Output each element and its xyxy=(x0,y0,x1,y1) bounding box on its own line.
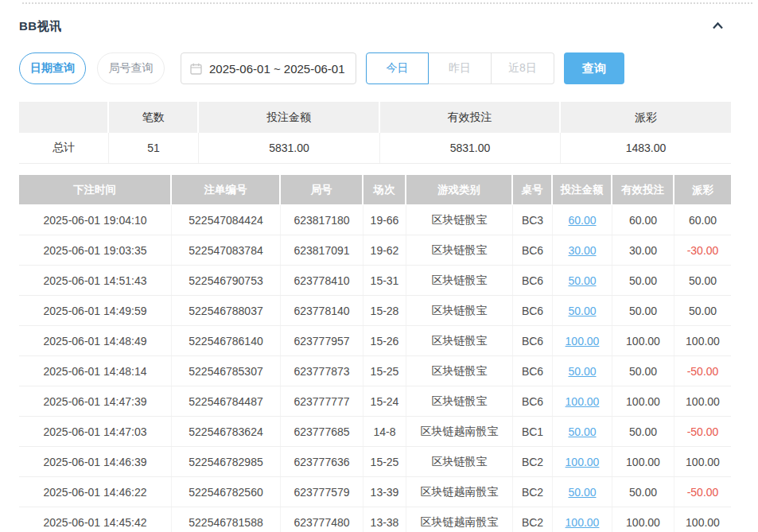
query-toolbar: 日期查询 局号查询 2025-06-01 ~ 2025-06-01 今日 昨日 … xyxy=(19,52,624,84)
bet-amount-link[interactable]: 100.00 xyxy=(553,386,612,416)
cell-bet-id: 522546781588 xyxy=(172,507,281,532)
cell-round-no: 623777480 xyxy=(281,507,363,532)
bet-amount-link[interactable]: 50.00 xyxy=(553,266,612,295)
cell-round-no: 623777873 xyxy=(281,356,363,386)
cell-table-no: BC2 xyxy=(513,507,553,532)
bet-amount-link[interactable]: 100.00 xyxy=(553,507,612,532)
cell-payout: 60.00 xyxy=(674,205,731,235)
summary-header-empty xyxy=(19,102,109,133)
col-round-no: 局号 xyxy=(281,175,363,204)
quick-range-today[interactable]: 今日 xyxy=(366,52,429,84)
collapse-section-button[interactable] xyxy=(711,20,725,34)
cell-game-type: 区块链骰宝 xyxy=(406,386,513,416)
col-bet-amount: 投注金额 xyxy=(553,175,612,204)
cell-payout: -50.00 xyxy=(674,356,731,386)
cell-bet-time: 2025-06-01 14:49:59 xyxy=(19,296,172,325)
page-title: BB视讯 xyxy=(19,19,62,34)
bet-amount-link[interactable]: 100.00 xyxy=(553,447,612,476)
cell-valid-bet: 50.00 xyxy=(612,266,674,295)
col-session: 场次 xyxy=(363,175,406,204)
bet-amount-link[interactable]: 50.00 xyxy=(553,296,612,325)
summary-header-row: 笔数 投注金额 有效投注 派彩 xyxy=(19,102,731,133)
cell-valid-bet: 50.00 xyxy=(612,356,674,386)
table-row: 2025-06-01 14:46:39 522546782985 6237776… xyxy=(19,447,731,477)
cell-valid-bet: 60.00 xyxy=(612,205,674,235)
col-table-no: 桌号 xyxy=(513,175,553,204)
summary-header-bet-amount: 投注金额 xyxy=(199,102,380,133)
cell-session: 15-24 xyxy=(363,386,406,416)
table-row: 2025-06-01 14:49:59 522546788037 6237781… xyxy=(19,296,731,326)
round-query-tab[interactable]: 局号查询 xyxy=(97,52,165,84)
cell-payout: 100.00 xyxy=(674,386,731,416)
cell-table-no: BC6 xyxy=(513,235,553,265)
summary-header-count: 笔数 xyxy=(109,102,199,133)
cell-game-type: 区块链骰宝 xyxy=(406,235,513,265)
cell-table-no: BC1 xyxy=(513,417,553,446)
bet-table: 下注时间 注单编号 局号 场次 游戏类别 桌号 投注金额 有效投注 派彩 202… xyxy=(19,175,731,532)
date-query-tab[interactable]: 日期查询 xyxy=(19,52,86,84)
cell-bet-time: 2025-06-01 19:03:35 xyxy=(19,235,172,265)
cell-table-no: BC3 xyxy=(513,205,553,235)
cell-bet-time: 2025-06-01 14:47:39 xyxy=(19,386,172,416)
cell-table-no: BC6 xyxy=(513,266,553,295)
cell-bet-id: 522546784487 xyxy=(172,386,281,416)
cell-bet-time: 2025-06-01 14:48:14 xyxy=(19,356,172,386)
cell-session: 15-25 xyxy=(363,356,406,386)
cell-game-type: 区块链骰宝 xyxy=(406,326,513,355)
cell-game-type: 区块链骰宝 xyxy=(406,205,513,235)
table-row: 2025-06-01 19:04:10 522547084424 6238171… xyxy=(19,205,731,235)
col-valid-bet: 有效投注 xyxy=(612,175,674,204)
bet-amount-link[interactable]: 50.00 xyxy=(553,356,612,386)
top-divider xyxy=(22,2,752,4)
table-row: 2025-06-01 14:47:39 522546784487 6237777… xyxy=(19,386,731,417)
quick-range-last8days[interactable]: 近8日 xyxy=(492,52,554,84)
bet-amount-link[interactable]: 60.00 xyxy=(553,205,612,235)
bet-amount-link[interactable]: 50.00 xyxy=(553,477,612,507)
bet-amount-link[interactable]: 30.00 xyxy=(553,235,612,265)
cell-game-type: 区块链骰宝 xyxy=(406,447,513,476)
table-row: 2025-06-01 14:47:03 522546783624 6237776… xyxy=(19,417,731,447)
bet-amount-link[interactable]: 50.00 xyxy=(553,417,612,446)
cell-bet-id: 522546782985 xyxy=(172,447,281,476)
cell-round-no: 623778410 xyxy=(281,266,363,295)
cell-round-no: 623777777 xyxy=(281,386,363,416)
bet-amount-link[interactable]: 100.00 xyxy=(553,326,612,355)
cell-session: 19-66 xyxy=(363,205,406,235)
chevron-up-icon xyxy=(711,20,725,34)
cell-payout: 50.00 xyxy=(674,266,731,295)
cell-bet-time: 2025-06-01 14:46:39 xyxy=(19,447,172,476)
cell-valid-bet: 50.00 xyxy=(612,417,674,446)
cell-bet-time: 2025-06-01 14:46:22 xyxy=(19,477,172,507)
cell-session: 13-38 xyxy=(363,507,406,532)
cell-session: 15-25 xyxy=(363,447,406,476)
cell-session: 19-62 xyxy=(363,235,406,265)
cell-table-no: BC6 xyxy=(513,386,553,416)
cell-game-type: 区块链骰宝 xyxy=(406,356,513,386)
cell-bet-time: 2025-06-01 19:04:10 xyxy=(19,205,172,235)
cell-payout: -50.00 xyxy=(674,417,731,446)
cell-valid-bet: 50.00 xyxy=(612,477,674,507)
section-header: BB视讯 xyxy=(19,19,731,34)
bet-table-header: 下注时间 注单编号 局号 场次 游戏类别 桌号 投注金额 有效投注 派彩 xyxy=(19,175,731,204)
date-range-input[interactable]: 2025-06-01 ~ 2025-06-01 xyxy=(181,52,356,84)
cell-round-no: 623777685 xyxy=(281,417,363,446)
cell-bet-id: 522547084424 xyxy=(172,205,281,235)
search-button[interactable]: 查询 xyxy=(564,52,624,84)
summary-header-payout: 派彩 xyxy=(561,102,731,133)
summary-total-valid-bet: 5831.00 xyxy=(380,133,561,163)
cell-round-no: 623777957 xyxy=(281,326,363,355)
table-row: 2025-06-01 19:03:35 522547083784 6238170… xyxy=(19,235,731,266)
table-row: 2025-06-01 14:48:49 522546786140 6237779… xyxy=(19,326,731,356)
col-game-type: 游戏类别 xyxy=(406,175,513,204)
quick-range-yesterday[interactable]: 昨日 xyxy=(429,52,492,84)
cell-payout: -30.00 xyxy=(674,235,731,265)
quick-range-group: 今日 昨日 近8日 xyxy=(366,52,554,84)
cell-round-no: 623817091 xyxy=(281,235,363,265)
calendar-icon xyxy=(190,63,202,75)
cell-game-type: 区块链越南骰宝 xyxy=(406,507,513,532)
cell-bet-id: 522546785307 xyxy=(172,356,281,386)
cell-session: 15-28 xyxy=(363,296,406,325)
cell-bet-time: 2025-06-01 14:48:49 xyxy=(19,326,172,355)
cell-payout: 100.00 xyxy=(674,507,731,532)
cell-table-no: BC6 xyxy=(513,296,553,325)
